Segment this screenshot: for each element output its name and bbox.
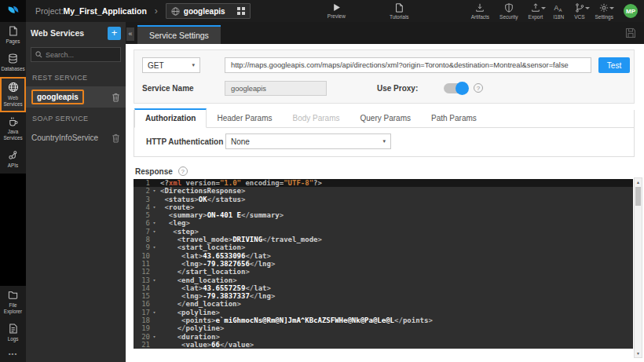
proxy-help-icon[interactable]: ?: [474, 83, 483, 93]
code-line: 19 </polyline>: [134, 324, 633, 332]
search-input[interactable]: [46, 51, 116, 59]
workspace-tabbar: Service Settings: [126, 22, 644, 44]
vcs-button[interactable]: VCS: [574, 3, 584, 20]
tutorials-label: Tutorials: [390, 14, 409, 20]
workspace: Service Settings GET ▾ Test Service Name…: [126, 22, 644, 362]
panel-title: Web Services: [31, 28, 103, 38]
fold-arrow-icon: [150, 196, 159, 203]
artifacts-icon: [475, 3, 485, 13]
code-line: 1<?xml version="1.0" encoding="UTF-8"?>: [134, 179, 633, 187]
sidebar-item-databases[interactable]: Databases: [0, 49, 26, 77]
fold-arrow-icon: [150, 260, 159, 268]
code-line: 12 </start_location>: [134, 268, 633, 276]
fold-arrow-icon[interactable]: ▾: [150, 243, 159, 251]
http-method-select[interactable]: GET ▾: [142, 57, 200, 73]
fold-arrow-icon: [150, 236, 159, 243]
wavemaker-logo[interactable]: [0, 0, 26, 22]
user-avatar[interactable]: MP: [624, 4, 638, 18]
trash-icon[interactable]: [112, 133, 120, 143]
fold-arrow-icon[interactable]: ▾: [150, 309, 159, 316]
fold-arrow-icon: [150, 292, 159, 300]
globe-icon: [171, 7, 180, 16]
service-selector[interactable]: googleapis: [166, 3, 251, 19]
tutorials-button[interactable]: Tutorials: [390, 3, 409, 20]
test-button[interactable]: Test: [598, 57, 630, 73]
tab-authorization[interactable]: Authorization: [134, 108, 207, 128]
fold-arrow-icon: [150, 316, 159, 324]
trash-icon[interactable]: [112, 93, 120, 102]
use-proxy-label: Use Proxy:: [377, 84, 418, 93]
sidebar-item-file-explorer[interactable]: File Explorer: [0, 286, 26, 320]
artifacts-label: Artifacts: [471, 14, 489, 20]
sidebar-item-pages[interactable]: Pages: [0, 22, 26, 49]
service-selector-value: googleapis: [184, 7, 233, 16]
save-icon[interactable]: [625, 27, 636, 38]
sidebar-item-apis[interactable]: APIs: [0, 146, 26, 174]
code-line: 14 <lat>43.6557259</lat>: [134, 284, 633, 292]
code-line: 2▾<DirectionsResponse>: [134, 187, 633, 195]
sidebar-item-web-services[interactable]: Web Services: [0, 77, 26, 113]
soap-service-header: SOAP SERVICE: [26, 108, 126, 127]
vcs-branch-icon: [575, 3, 584, 13]
service-item-countryinfoservice[interactable]: CountryInfoService: [26, 127, 126, 148]
web-services-label: Web Services: [2, 95, 24, 108]
code-line: 21 <value>66</value>: [134, 341, 633, 349]
response-help-icon[interactable]: ?: [178, 166, 188, 176]
code-line: 11 <lng>-79.3827656</lng>: [134, 260, 633, 268]
apis-label: APIs: [8, 163, 18, 169]
tab-header-params[interactable]: Header Params: [207, 110, 282, 127]
fold-arrow-icon[interactable]: ▾: [150, 276, 159, 284]
scroll-down-arrow[interactable]: ▼: [635, 349, 642, 357]
fold-arrow-icon: [150, 324, 159, 332]
preview-button[interactable]: Preview: [327, 3, 346, 19]
fold-arrow-icon[interactable]: ▾: [150, 333, 159, 341]
scrollbar-thumb[interactable]: [635, 187, 641, 206]
caret-down-icon: ▾: [382, 138, 386, 144]
grid-icon[interactable]: [237, 7, 245, 15]
sidebar-item-java-services[interactable]: Java Services: [0, 112, 26, 146]
search-icon: [35, 51, 42, 58]
scroll-up-arrow[interactable]: ▲: [635, 178, 642, 186]
fold-arrow-icon[interactable]: ▾: [150, 203, 159, 211]
add-service-button[interactable]: +: [108, 27, 121, 40]
service-name: CountryInfoService: [31, 133, 98, 142]
more-icon[interactable]: •••: [0, 347, 26, 362]
tutorials-icon: [394, 3, 404, 13]
export-button[interactable]: Export: [529, 3, 543, 20]
fold-arrow-icon[interactable]: ▾: [150, 187, 159, 195]
response-code-editor[interactable]: 1<?xml version="1.0" encoding="UTF-8"?>2…: [134, 179, 633, 349]
fold-arrow-icon: [150, 179, 159, 187]
service-name-input[interactable]: [225, 81, 327, 96]
code-line: 15 <lng>-79.3837337</lng>: [134, 292, 633, 300]
code-line: 20▾ <duration>: [134, 333, 633, 341]
fold-arrow-icon: [150, 211, 159, 219]
tab-path-params[interactable]: Path Params: [421, 110, 487, 127]
fold-arrow-icon[interactable]: ▾: [150, 228, 159, 236]
tab-service-settings[interactable]: Service Settings: [137, 25, 221, 44]
panel-collapse-button[interactable]: «: [126, 27, 134, 41]
svg-text:A: A: [558, 8, 562, 13]
fold-arrow-icon[interactable]: ▾: [150, 219, 159, 227]
security-button[interactable]: Security: [499, 3, 518, 20]
rest-service-header: REST SERVICE: [26, 67, 126, 86]
request-url-input[interactable]: [225, 57, 591, 73]
security-shield-icon: [504, 3, 514, 13]
artifacts-button[interactable]: Artifacts: [471, 3, 489, 20]
http-authentication-select[interactable]: None ▾: [225, 133, 391, 149]
caret-down-icon: ▾: [192, 62, 195, 68]
tab-query-params[interactable]: Query Params: [350, 110, 421, 127]
sidebar-item-logs[interactable]: Logs: [0, 320, 26, 347]
settings-button[interactable]: Settings: [595, 3, 614, 20]
i18n-button[interactable]: A A I18N: [553, 3, 564, 20]
code-line: 3 <status>OK</status>: [134, 196, 633, 203]
response-header: Response ?: [135, 166, 188, 176]
pages-label: Pages: [6, 38, 20, 45]
settings-label: Settings: [595, 14, 614, 20]
service-search: [31, 47, 121, 62]
logs-icon: [8, 324, 18, 334]
web-services-panel: Web Services + REST SERVICE googleapis S…: [26, 22, 126, 362]
i18n-icon: A A: [554, 3, 564, 13]
service-item-googleapis[interactable]: googleapis: [26, 86, 126, 108]
response-label: Response: [135, 167, 173, 176]
use-proxy-toggle[interactable]: [444, 83, 467, 93]
